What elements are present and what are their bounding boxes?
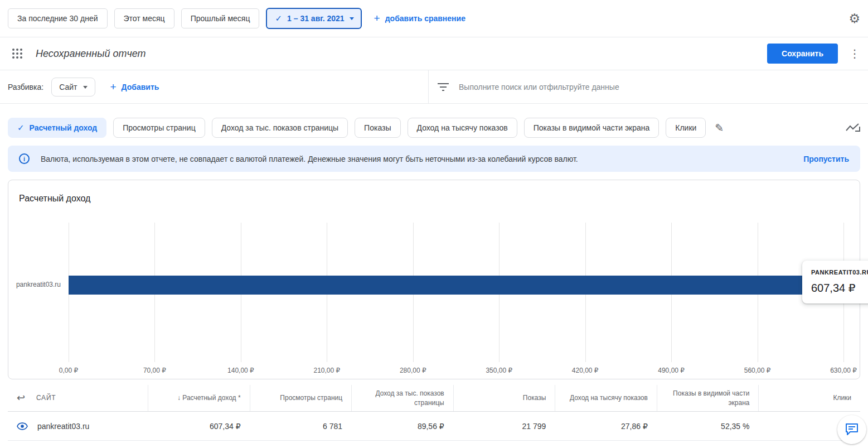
- chart-plot: [69, 223, 843, 362]
- add-dimension-label: Добавить: [122, 83, 159, 91]
- x-axis-tick: 350,00 ₽: [486, 367, 512, 374]
- chevron-down-icon: [83, 86, 88, 91]
- metric-cell: 607,34 ₽: [148, 422, 250, 431]
- column-header[interactable]: Доход на тысячу показов: [555, 385, 657, 411]
- dimension-value: Сайт: [59, 83, 77, 91]
- column-header[interactable]: ↓ Расчетный доход *: [148, 385, 250, 411]
- kebab-menu-icon[interactable]: ⋮: [849, 48, 860, 59]
- column-header-label: Доход за тыс. показов страницы: [361, 389, 444, 408]
- gear-icon[interactable]: ⚙: [848, 12, 860, 25]
- add-comparison-label: добавить сравнение: [385, 14, 465, 23]
- tooltip-site-label: PANKREATIT03.RU: [811, 269, 868, 276]
- metric-chip[interactable]: Доход на тысячу показов: [408, 118, 517, 138]
- metric-chip[interactable]: ✓Расчетный доход: [8, 118, 106, 138]
- check-icon: ✓: [275, 13, 282, 23]
- site-name: pankreatit03.ru: [37, 422, 89, 431]
- metric-chip[interactable]: Просмотры страниц: [113, 118, 205, 138]
- metric-cell: 21 799: [453, 422, 555, 431]
- dimension-dropdown[interactable]: Сайт: [51, 78, 95, 97]
- undo-icon[interactable]: ↩: [17, 391, 26, 405]
- column-header-label: Показы в видимой части экрана: [666, 389, 750, 408]
- visibility-icon[interactable]: [17, 422, 28, 430]
- check-icon: ✓: [17, 123, 25, 133]
- date-range-label: 1 – 31 авг. 2021: [287, 14, 345, 23]
- column-header[interactable]: Клики: [758, 385, 860, 411]
- apps-grid-icon[interactable]: [12, 49, 22, 59]
- column-header[interactable]: Показы: [453, 385, 555, 411]
- date-range-selector[interactable]: ✓ 1 – 31 авг. 2021: [266, 8, 361, 29]
- column-header[interactable]: Просмотры страниц: [250, 385, 352, 411]
- search-input[interactable]: [459, 83, 859, 91]
- report-title: Несохраненный отчет: [36, 48, 146, 60]
- search-area: [429, 70, 868, 103]
- metric-chip-label: Расчетный доход: [30, 123, 98, 132]
- metric-chip-label: Показы в видимой части экрана: [534, 123, 650, 132]
- chart-ticks: 0,00 ₽70,00 ₽140,00 ₽210,00 ₽280,00 ₽350…: [69, 367, 843, 378]
- breakdown-controls: Разбивка: Сайт + Добавить: [0, 70, 429, 103]
- metric-chip[interactable]: Показы: [355, 118, 400, 138]
- x-axis-tick: 630,00 ₽: [830, 367, 857, 374]
- column-header[interactable]: Доход за тыс. показов страницы: [351, 385, 453, 411]
- column-header[interactable]: Показы в видимой части экрана: [657, 385, 759, 411]
- info-icon: i: [19, 153, 30, 164]
- date-toolbar: За последние 30 днейЭтот месяцПрошлый ме…: [0, 0, 868, 37]
- add-comparison-button[interactable]: + добавить сравнение: [374, 12, 465, 25]
- currency-banner: i Валюта, используемая в этом отчете, не…: [8, 146, 860, 172]
- metric-chip-label: Показы: [364, 123, 391, 132]
- metric-chip[interactable]: Доход за тыс. показов страницы: [212, 118, 348, 138]
- x-axis-tick: 70,00 ₽: [143, 367, 166, 374]
- metric-chip-label: Просмотры страниц: [123, 123, 195, 132]
- metric-chip[interactable]: Показы в видимой части экрана: [524, 118, 660, 138]
- chart-tooltip: PANKREATIT03.RU 607,34 ₽: [802, 261, 868, 304]
- add-dimension-button[interactable]: + Добавить: [110, 81, 159, 93]
- table-body: pankreatit03.ru607,34 ₽6 78189,56 ₽21 79…: [8, 412, 860, 441]
- column-header-label: Просмотры страниц: [280, 393, 342, 403]
- feedback-chat-button[interactable]: [837, 415, 866, 444]
- date-preset-button[interactable]: Прошлый месяц: [181, 8, 260, 28]
- date-preset-button[interactable]: За последние 30 дней: [8, 8, 108, 28]
- column-header-label: САЙТ: [36, 393, 56, 403]
- x-axis-tick: 560,00 ₽: [744, 367, 771, 374]
- date-preset-group: За последние 30 днейЭтот месяцПрошлый ме…: [8, 8, 259, 28]
- report-table: ↩САЙТ↓ Расчетный доход *Просмотры страни…: [8, 385, 860, 441]
- metric-cell: 89,56 ₽: [351, 422, 453, 431]
- breakdown-row: Разбивка: Сайт + Добавить: [0, 70, 868, 104]
- metric-chip-label: Доход на тысячу показов: [417, 123, 508, 132]
- metric-chip-label: Клики: [675, 123, 696, 132]
- metric-cell: 27,86 ₽: [555, 422, 657, 431]
- column-header[interactable]: ↩САЙТ: [8, 385, 148, 411]
- table-header-row: ↩САЙТ↓ Расчетный доход *Просмотры страни…: [8, 385, 860, 412]
- x-axis-tick: 0,00 ₽: [59, 367, 78, 374]
- chart-bar[interactable]: [69, 276, 816, 295]
- chat-icon: [845, 423, 859, 436]
- table-row[interactable]: pankreatit03.ru607,34 ₽6 78189,56 ₽21 79…: [8, 412, 860, 441]
- column-header-label: ↓ Расчетный доход *: [177, 393, 241, 403]
- x-axis-tick: 280,00 ₽: [400, 367, 426, 374]
- chevron-down-icon: [350, 17, 354, 22]
- metric-chips: ✓Расчетный доходПросмотры страницДоход з…: [8, 118, 706, 138]
- tooltip-value: 607,34 ₽: [811, 281, 868, 295]
- site-cell: pankreatit03.ru: [8, 422, 148, 431]
- metric-cell: 6 781: [250, 422, 352, 431]
- metric-chips-row: ✓Расчетный доходПросмотры страницДоход з…: [0, 104, 868, 138]
- banner-text: Валюта, используемая в этом отчете, не с…: [41, 155, 792, 163]
- chart-category-labels: pankreatit03.ru: [8, 223, 69, 362]
- edit-metrics-icon[interactable]: ✎: [715, 122, 724, 134]
- toggle-charts-icon[interactable]: [846, 123, 860, 132]
- banner-dismiss-button[interactable]: Пропустить: [803, 155, 849, 163]
- x-axis-tick: 210,00 ₽: [313, 367, 340, 374]
- column-header-label: Клики: [833, 393, 851, 403]
- chart-card: Расчетный доход pankreatit03.ru 0,00 ₽70…: [8, 180, 860, 379]
- x-axis-tick: 140,00 ₽: [227, 367, 254, 374]
- date-preset-button[interactable]: Этот месяц: [114, 8, 174, 28]
- metric-chip[interactable]: Клики: [666, 118, 706, 138]
- save-button[interactable]: Сохранить: [767, 44, 838, 64]
- filter-icon: [438, 83, 449, 91]
- column-header-label: Доход на тысячу показов: [570, 393, 648, 403]
- metric-chip-label: Доход за тыс. показов страницы: [221, 123, 338, 132]
- breakdown-label: Разбивка:: [8, 83, 43, 91]
- x-axis-tick: 420,00 ₽: [572, 367, 599, 374]
- chart-title: Расчетный доход: [8, 180, 860, 204]
- metric-cell: 52,35 %: [657, 422, 759, 431]
- plus-icon: +: [110, 81, 116, 93]
